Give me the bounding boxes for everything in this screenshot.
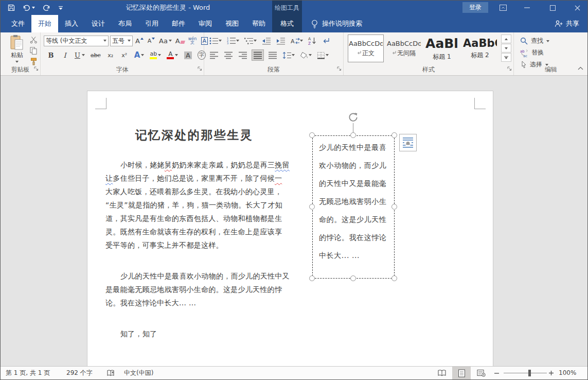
replace-button[interactable]: abac 替换 <box>520 48 544 57</box>
align-left-button[interactable] <box>208 49 220 61</box>
word-count[interactable]: 292 个字 <box>66 367 93 379</box>
multilevel-list-button[interactable] <box>243 35 258 46</box>
tab-file[interactable]: 文件 <box>5 15 31 32</box>
save-button[interactable] <box>8 4 15 11</box>
undo-dropdown-icon[interactable] <box>32 7 35 9</box>
font-name-select[interactable]: 等线 (中文正文 <box>44 36 109 46</box>
font-size-select[interactable]: 五号 <box>110 36 133 46</box>
zoom-slider-track[interactable] <box>504 373 547 373</box>
decrease-indent-button[interactable] <box>261 35 272 46</box>
tab-review[interactable]: 审阅 <box>192 15 219 32</box>
sign-in-button[interactable]: 登录 <box>462 2 488 13</box>
resize-handle-top-middle[interactable] <box>350 132 356 138</box>
close-button[interactable] <box>567 1 587 15</box>
print-layout-button[interactable] <box>452 367 471 379</box>
tab-references[interactable]: 引用 <box>138 15 165 32</box>
italic-button[interactable]: I <box>60 49 70 61</box>
tab-drawing-format[interactable]: 格式 <box>272 15 302 32</box>
tab-view[interactable]: 视图 <box>219 15 245 32</box>
bullets-button[interactable] <box>208 35 223 46</box>
page-indicator[interactable]: 第 1 页, 共 1 页 <box>6 367 50 379</box>
collapse-ribbon-button[interactable] <box>578 62 583 72</box>
increase-indent-button[interactable] <box>275 35 287 46</box>
numbering-button[interactable]: 123 <box>226 35 240 46</box>
distribute-button[interactable] <box>267 49 278 61</box>
tab-help[interactable]: 帮助 <box>245 15 272 32</box>
character-shading-button[interactable]: A <box>183 49 193 61</box>
text-effects-button[interactable]: A <box>133 49 146 61</box>
zoom-slider-thumb[interactable] <box>528 370 531 376</box>
style-heading1[interactable]: AaBl 标题 1 <box>424 34 460 62</box>
style-no-spacing[interactable]: AaBbCcDd 无间隔 <box>386 34 422 62</box>
redo-button[interactable] <box>43 5 50 11</box>
textbox[interactable]: 少儿的天性中是最喜欢小动物的，而少儿的天性中又是最能毫无顾忌地戕害弱小生命的。这… <box>312 135 395 279</box>
resize-handle-top-right[interactable] <box>391 132 397 138</box>
paste-button[interactable]: 粘贴 <box>6 34 28 68</box>
tab-insert[interactable]: 插入 <box>58 15 85 32</box>
grow-font-button[interactable]: A <box>134 35 145 46</box>
strikethrough-button[interactable]: abc <box>90 49 102 61</box>
text-highlight-button[interactable]: ab <box>149 49 162 61</box>
read-mode-button[interactable] <box>433 367 451 379</box>
tab-design[interactable]: 设计 <box>85 15 112 32</box>
style-normal[interactable]: AaBbCcDd 正文 <box>348 34 384 62</box>
underline-button[interactable]: U <box>74 49 86 61</box>
web-layout-button[interactable] <box>472 367 490 379</box>
resize-handle-top-left[interactable] <box>309 132 315 138</box>
line-spacing-button[interactable] <box>281 49 296 61</box>
asian-layout-button[interactable]: A <box>290 35 304 46</box>
tell-me-search[interactable]: 操作说明搜索 <box>311 15 362 32</box>
resize-handle-bottom-right[interactable] <box>391 275 397 281</box>
proofing-status-button[interactable] <box>106 369 115 380</box>
layout-options-button[interactable] <box>399 134 417 151</box>
shading-button[interactable] <box>299 49 313 61</box>
justify-button[interactable] <box>252 49 264 61</box>
tab-home[interactable]: 开始 <box>31 15 58 32</box>
resize-handle-middle-right[interactable] <box>391 204 397 210</box>
clipboard-dialog-launcher[interactable] <box>34 63 39 73</box>
phonetic-guide-button[interactable]: wén文 <box>187 35 198 46</box>
align-right-button[interactable] <box>237 49 248 61</box>
tab-mailings[interactable]: 邮件 <box>165 15 192 32</box>
paragraph-dialog-launcher[interactable] <box>337 63 342 73</box>
font-color-button[interactable]: A <box>166 49 179 61</box>
styles-scroll-up-button[interactable] <box>501 34 511 43</box>
share-button[interactable]: 共享 <box>546 15 587 32</box>
styles-gallery-more-button[interactable] <box>501 53 511 62</box>
align-center-button[interactable] <box>223 49 234 61</box>
style-heading2[interactable]: AaBbC 标题 2 <box>462 34 498 62</box>
zoom-percentage[interactable]: 100% <box>559 367 576 379</box>
borders-button[interactable] <box>316 49 330 61</box>
minimize-button[interactable] <box>517 1 537 15</box>
resize-handle-bottom-middle[interactable] <box>350 275 356 281</box>
change-case-button[interactable]: Aa <box>158 35 173 46</box>
shrink-font-button[interactable]: A <box>146 35 156 46</box>
resize-handle-bottom-left[interactable] <box>309 275 315 281</box>
show-marks-button[interactable] <box>320 35 331 46</box>
resize-handle-middle-left[interactable] <box>309 204 315 210</box>
tab-layout[interactable]: 布局 <box>112 15 138 32</box>
zoom-out-button[interactable] <box>490 367 503 379</box>
font-dialog-launcher[interactable] <box>198 63 202 73</box>
maximize-button[interactable] <box>543 1 562 15</box>
paragraph[interactable]: 小时候，姥姥舅奶奶来家走亲戚，奶奶总是再三挽留让多住些日子，她们总是说，家里离不… <box>105 158 283 252</box>
ribbon-display-options-button[interactable] <box>493 1 513 15</box>
paragraph[interactable]: 知了，知了 <box>105 327 283 340</box>
styles-scroll-down-button[interactable] <box>501 44 511 53</box>
clear-formatting-button[interactable]: A <box>174 35 186 46</box>
document-area[interactable]: 记忆深处的那些生灵 小时候，姥姥舅奶奶来家走亲戚，奶奶总是再三挽留让多住些日子，… <box>1 76 587 366</box>
language-indicator[interactable]: 中文(中国) <box>124 367 153 379</box>
cut-button[interactable] <box>28 36 39 44</box>
sort-button[interactable]: AZ <box>307 35 317 46</box>
paragraph[interactable]: 少儿的天性中是最喜欢小动物的，而少儿的天性中又是最能毫无顾忌地戕害弱小生命的。这… <box>105 269 283 309</box>
undo-button[interactable] <box>23 5 35 11</box>
superscript-button[interactable]: x² <box>119 49 130 61</box>
zoom-in-button[interactable] <box>545 367 557 379</box>
paste-dropdown-icon[interactable] <box>15 61 19 63</box>
body-paragraphs[interactable]: 小时候，姥姥舅奶奶来家走亲戚，奶奶总是再三挽留让多住些日子，她们总是说，家里离不… <box>105 158 283 358</box>
bold-button[interactable]: B <box>46 49 56 61</box>
rotate-handle[interactable] <box>348 112 359 123</box>
copy-button[interactable] <box>28 46 39 55</box>
customize-qat-button[interactable] <box>58 6 63 10</box>
document-page[interactable]: 记忆深处的那些生灵 小时候，姥姥舅奶奶来家走亲戚，奶奶总是再三挽留让多住些日子，… <box>87 91 493 366</box>
